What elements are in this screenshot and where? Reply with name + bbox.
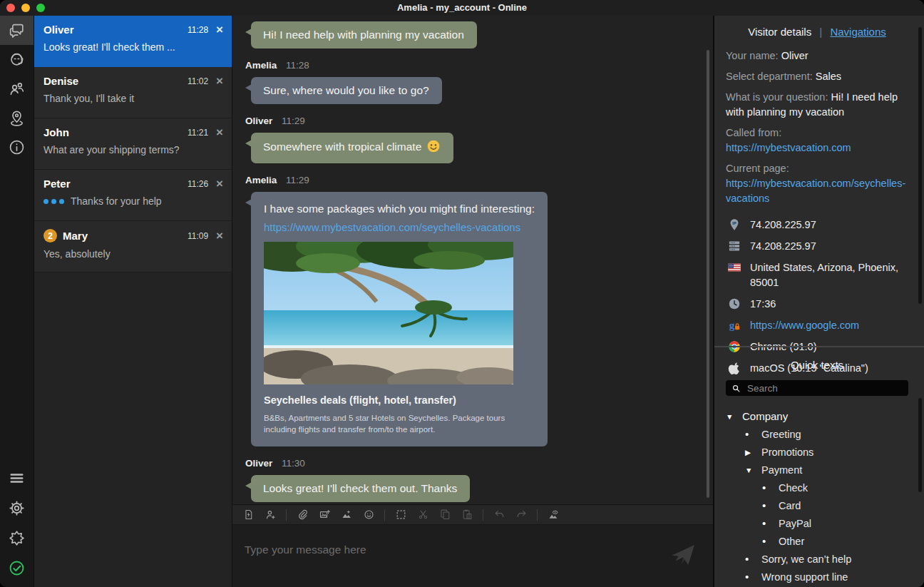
invite-agent-icon xyxy=(265,509,277,521)
paste-button[interactable] xyxy=(461,509,473,521)
image-preview-button[interactable] xyxy=(547,509,560,521)
close-chat-icon[interactable]: × xyxy=(216,179,223,188)
rail-visitors-button[interactable] xyxy=(0,74,34,103)
clock-icon xyxy=(727,297,741,311)
typing-indicator xyxy=(43,199,64,204)
selection-icon xyxy=(395,509,407,521)
tree-collapsed-arrow-icon[interactable]: ▶ xyxy=(745,448,761,456)
visitor-field: Your name: Oliver xyxy=(726,49,908,63)
close-chat-icon[interactable]: × xyxy=(216,76,223,86)
screenshot-button[interactable] xyxy=(340,509,353,521)
google-icon xyxy=(727,318,741,332)
emoji-button[interactable] xyxy=(362,509,375,521)
rail-location-button[interactable] xyxy=(0,103,34,133)
composer xyxy=(232,525,713,587)
rail-status-check-button[interactable] xyxy=(0,553,34,583)
details-scrollbar[interactable] xyxy=(918,27,922,304)
redo-button[interactable] xyxy=(515,509,528,521)
quick-text-item[interactable]: • Greeting xyxy=(726,425,908,443)
bullet-icon[interactable]: • xyxy=(745,553,761,565)
quick-text-item[interactable]: • PayPal xyxy=(726,514,908,532)
field-value[interactable]: https://mybestvacation.com xyxy=(726,142,851,153)
rail-menu-button[interactable] xyxy=(0,463,34,493)
tab-navigations[interactable]: Navigations xyxy=(830,26,885,38)
chat-message-bubble: Somewhere with tropical climate xyxy=(251,133,453,163)
close-chat-icon[interactable]: × xyxy=(216,128,223,137)
rail-info-button[interactable] xyxy=(0,133,34,162)
rail-burst-button[interactable] xyxy=(0,523,34,553)
invite-agent-button[interactable] xyxy=(264,509,277,521)
field-label: Called from: xyxy=(726,127,781,138)
chat-list-item[interactable]: Oliver 11:28 × Looks great! I'll check t… xyxy=(34,16,232,67)
search-input[interactable] xyxy=(746,382,903,394)
message-text: Sure, where would you like to go? xyxy=(263,84,429,96)
chat-list-item[interactable]: 2 Mary 11:09 × Yes, absolutely xyxy=(34,221,232,272)
undo-button[interactable] xyxy=(493,509,505,521)
quick-text-item[interactable]: • Wrong support line xyxy=(726,568,908,586)
bullet-icon[interactable]: • xyxy=(762,499,779,511)
quick-texts-scrollbar[interactable] xyxy=(918,398,922,492)
bullet-icon[interactable]: • xyxy=(745,428,761,440)
quick-text-item[interactable]: • Card xyxy=(726,496,908,514)
quick-text-label: Promotions xyxy=(761,446,813,458)
field-value[interactable]: https://mybestvacation.com/seychelles-va… xyxy=(726,178,905,204)
visitor-fields: Your name: Oliver Select department: Sal… xyxy=(726,49,908,206)
message-meta: Oliver 11:30 xyxy=(245,458,696,469)
location-icon xyxy=(8,109,26,127)
quick-text-item[interactable]: ▶ Promotions xyxy=(726,443,908,461)
chat-time: 11:21 xyxy=(188,128,208,138)
quick-text-item[interactable]: ▼ Company xyxy=(726,407,908,425)
toolbar-separator xyxy=(537,509,538,521)
quick-text-label: Other xyxy=(779,536,804,547)
close-window-button[interactable] xyxy=(6,4,15,12)
status-check-icon xyxy=(8,559,26,577)
selection-button[interactable] xyxy=(394,509,407,521)
chat-list: Oliver 11:28 × Looks great! I'll check t… xyxy=(34,16,232,587)
link-preview-image[interactable] xyxy=(264,242,513,384)
copy-button[interactable] xyxy=(438,509,451,521)
message-input[interactable] xyxy=(232,525,713,587)
attachment-button[interactable] xyxy=(296,509,309,521)
quick-text-label: Payment xyxy=(761,464,802,476)
chat-preview-text: What are your shipping terms? xyxy=(43,144,180,155)
cut-button[interactable] xyxy=(416,509,429,521)
close-chat-icon[interactable]: × xyxy=(216,231,223,240)
search-icon xyxy=(732,384,741,393)
chat-list-item[interactable]: Denise 11:02 × Thank you, I'll take it xyxy=(34,67,232,118)
rail-agent-button[interactable] xyxy=(0,45,34,74)
bullet-icon[interactable]: • xyxy=(762,535,779,547)
quick-text-item[interactable]: • Other xyxy=(726,532,908,550)
message-link[interactable]: https://www.mybestvacation.com/seychelle… xyxy=(264,220,535,234)
card-message-text: I have some packages which you might fin… xyxy=(264,202,535,215)
info-text: 74.208.225.97 xyxy=(750,239,816,254)
chat-scrollbar[interactable] xyxy=(707,50,709,498)
chat-preview-row: What are your shipping terms? xyxy=(43,144,223,155)
tab-visitor-details[interactable]: Visitor details xyxy=(748,26,811,38)
quick-text-item[interactable]: • Sorry, we can’t help xyxy=(726,550,908,568)
message-meta: Oliver 11:29 xyxy=(245,116,696,126)
bullet-icon[interactable]: • xyxy=(745,571,761,583)
chat-message-card: I have some packages which you might fin… xyxy=(251,192,548,446)
quick-texts-tree: ▼ Company • Greeting ▶ Promotions ▼ Paym… xyxy=(726,407,908,586)
quick-text-item[interactable]: ▼ Payment xyxy=(726,461,908,479)
chat-list-item[interactable]: John 11:21 × What are your shipping term… xyxy=(34,118,232,170)
chat-preview-text: Thanks for your help xyxy=(71,195,162,207)
bullet-icon[interactable]: • xyxy=(762,517,779,529)
zoom-window-button[interactable] xyxy=(36,4,45,12)
bullet-icon[interactable]: • xyxy=(762,481,779,494)
send-button[interactable] xyxy=(669,541,697,569)
minimize-window-button[interactable] xyxy=(21,4,30,12)
rail-chats-button[interactable] xyxy=(0,16,34,45)
info-text[interactable]: https://www.google.com xyxy=(750,318,859,333)
close-chat-icon[interactable]: × xyxy=(216,25,223,34)
chat-preview-text: Yes, absolutely xyxy=(43,248,111,260)
tree-expanded-arrow-icon[interactable]: ▼ xyxy=(745,466,761,474)
quick-texts-search[interactable] xyxy=(726,380,908,396)
quick-text-button[interactable] xyxy=(242,509,255,521)
image-upload-button[interactable] xyxy=(318,509,331,521)
quick-text-item[interactable]: • Check xyxy=(726,479,908,496)
chat-list-item[interactable]: Peter 11:26 × Thanks for your help xyxy=(34,170,232,221)
emoji-icon xyxy=(363,509,375,521)
tree-expanded-arrow-icon[interactable]: ▼ xyxy=(726,412,742,421)
rail-gear-button[interactable] xyxy=(0,493,34,523)
